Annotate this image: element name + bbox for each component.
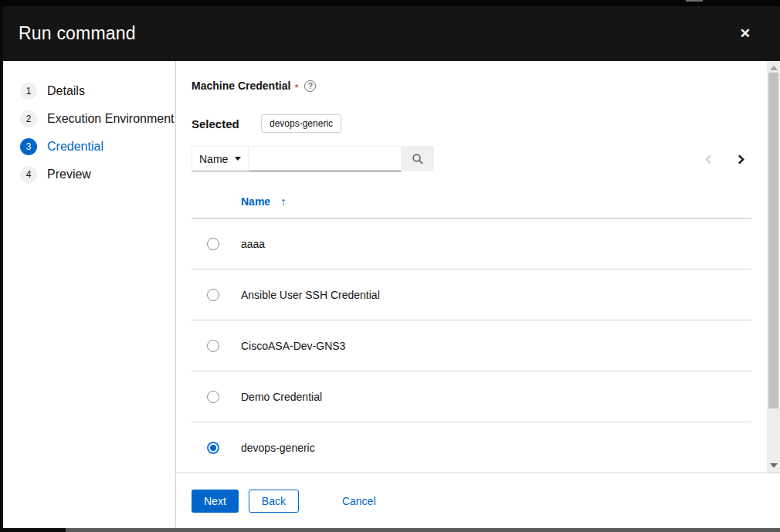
list-toolbar: Name — [192, 146, 751, 172]
sort-ascending-icon: ↑ — [280, 195, 287, 208]
back-button[interactable]: Back — [249, 490, 299, 513]
credential-radio[interactable] — [207, 289, 219, 301]
scroll-up-arrow-icon[interactable] — [770, 66, 778, 70]
next-button[interactable]: Next — [192, 490, 239, 513]
step-label: Execution Environment — [47, 112, 175, 126]
run-command-wizard-modal: Run command ✕ 1 Details 2 Execution Envi… — [3, 6, 780, 528]
scrollbar[interactable] — [767, 61, 780, 473]
required-marker: * — [294, 82, 298, 93]
wizard-step-nav: 1 Details 2 Execution Environment 3 Cred… — [3, 61, 176, 528]
search-button[interactable] — [402, 146, 434, 171]
wizard-step[interactable]: 4 Preview — [3, 161, 175, 188]
step-number-badge: 3 — [20, 138, 37, 155]
angle-left-icon — [704, 154, 713, 164]
credential-radio[interactable] — [207, 442, 219, 454]
filter-key-dropdown[interactable]: Name — [192, 146, 249, 171]
credential-name: aaaa — [241, 238, 265, 250]
wizard-main-pane: Machine Credential * ? Selected devops-g… — [176, 61, 780, 528]
step-label: Credential — [47, 140, 103, 154]
pagination — [687, 146, 751, 172]
step-label: Preview — [47, 168, 91, 181]
radio-cell — [192, 238, 241, 250]
machine-credential-label: Machine Credential — [192, 80, 290, 92]
step-number-badge: 2 — [20, 110, 37, 127]
wizard-step[interactable]: 3 Credential — [3, 133, 175, 161]
caret-down-icon — [235, 157, 241, 161]
wizard-step[interactable]: 2 Execution Environment — [3, 105, 175, 133]
filter-key-label: Name — [199, 153, 228, 165]
cancel-button[interactable]: Cancel — [342, 495, 376, 507]
radio-cell — [192, 340, 241, 352]
credential-row[interactable]: Demo Credential — [192, 371, 751, 422]
close-icon[interactable]: ✕ — [740, 27, 751, 40]
selected-label: Selected — [192, 117, 261, 130]
table-body: aaaa Ansible User SSH Credential — [192, 219, 751, 473]
radio-cell — [192, 289, 241, 301]
credential-name: Ansible User SSH Credential — [241, 289, 380, 301]
modal-title: Run command — [19, 23, 136, 44]
step-label: Details — [47, 84, 85, 98]
next-page-button[interactable] — [730, 148, 751, 170]
modal-header: Run command ✕ — [3, 6, 780, 61]
wizard-footer: Next Back Cancel — [176, 473, 780, 528]
name-column-label: Name — [241, 195, 270, 208]
credential-row[interactable]: devops-generic — [192, 422, 751, 473]
step-number-badge: 4 — [20, 166, 37, 183]
search-input[interactable] — [249, 146, 402, 171]
field-label-row: Machine Credential * ? — [192, 80, 751, 92]
scrollbar-thumb[interactable] — [768, 73, 778, 408]
credential-name: devops-generic — [241, 442, 315, 454]
modal-body: 1 Details 2 Execution Environment 3 Cred… — [3, 61, 780, 528]
help-icon[interactable]: ? — [304, 80, 316, 92]
backdrop-bottom-strip — [0, 528, 780, 532]
backdrop-page-fragment — [686, 0, 703, 2]
name-column-header[interactable]: Name ↑ — [241, 195, 287, 208]
radio-cell — [192, 391, 241, 403]
screen: Run command ✕ 1 Details 2 Execution Envi… — [0, 0, 780, 532]
credential-row[interactable]: CiscoASA-Dev-GNS3 — [192, 320, 751, 371]
credentials-table: Name ↑ aaaa — [192, 185, 751, 473]
selected-credential-chip[interactable]: devops-generic — [261, 114, 341, 133]
radio-cell — [192, 442, 241, 454]
credential-radio[interactable] — [207, 340, 219, 352]
credential-row[interactable]: Ansible User SSH Credential — [192, 269, 751, 320]
angle-right-icon — [737, 154, 745, 164]
backdrop-top-strip — [0, 0, 780, 6]
credential-radio[interactable] — [207, 238, 219, 250]
scroll-down-arrow-icon[interactable] — [770, 463, 778, 468]
search-icon — [412, 153, 424, 165]
previous-page-button[interactable] — [697, 148, 719, 170]
credential-name: CiscoASA-Dev-GNS3 — [241, 340, 345, 352]
wizard-step[interactable]: 1 Details — [3, 77, 175, 105]
credential-row[interactable]: aaaa — [192, 219, 751, 269]
table-header-row: Name ↑ — [192, 185, 751, 219]
backdrop-bottom-left-block — [0, 528, 66, 532]
step-number-badge: 1 — [20, 83, 37, 100]
credential-radio[interactable] — [207, 391, 219, 403]
selected-row: Selected devops-generic — [192, 114, 751, 133]
credential-step-content: Machine Credential * ? Selected devops-g… — [176, 61, 780, 473]
credential-name: Demo Credential — [241, 391, 322, 403]
